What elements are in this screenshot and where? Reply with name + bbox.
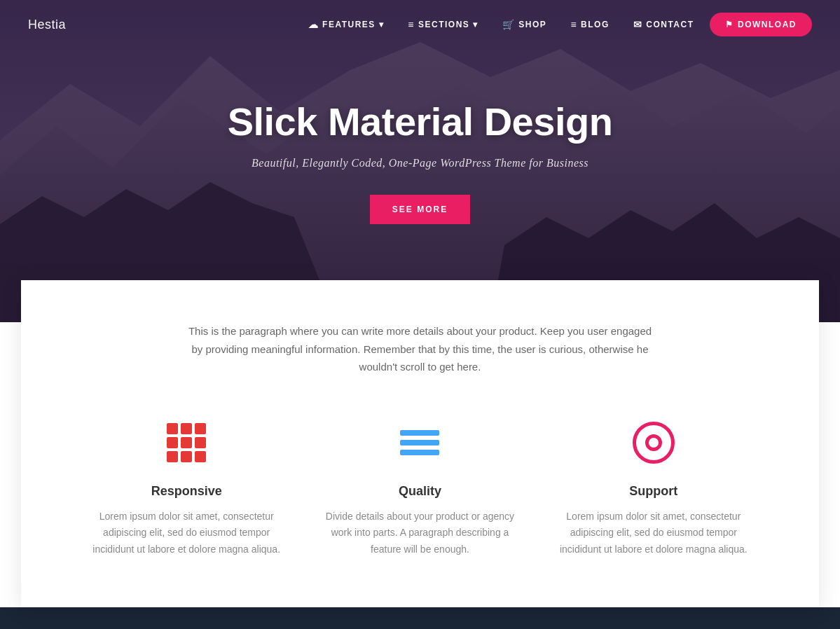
flag-icon: ⚑ (725, 20, 734, 29)
feature-quality-title: Quality (317, 484, 523, 499)
nav-blog[interactable]: ≡ BLOG (562, 13, 617, 36)
grid-icon (167, 423, 206, 462)
hero-content: Slick Material Design Beautiful, Elegant… (200, 99, 641, 224)
hero-subtitle: Beautiful, Elegantly Coded, One-Page Wor… (228, 157, 613, 170)
feature-support-desc: Lorem ipsum dolor sit amet, consectetur … (551, 509, 756, 558)
nav-sections[interactable]: ≡ SECTIONS ▾ (399, 13, 487, 36)
cloud-icon: ☁ (308, 19, 319, 30)
bottom-bar (0, 607, 840, 629)
feature-quality: Quality Divide details about your produc… (317, 418, 523, 558)
chevron-down-icon: ▾ (473, 20, 478, 29)
support-icon (551, 418, 756, 467)
lifesaver-icon (633, 422, 675, 464)
quality-icon (317, 418, 523, 467)
lines-icon: ≡ (570, 19, 577, 30)
see-more-button[interactable]: SEE MORE (370, 195, 470, 224)
nav-contact[interactable]: ✉ COnTACT (625, 13, 703, 36)
nav-features[interactable]: ☁ FEATURES ▾ (300, 13, 393, 36)
responsive-icon (84, 418, 289, 467)
list-icon: ≡ (408, 19, 415, 30)
hero-title: Slick Material Design (228, 99, 613, 144)
navbar: Hestia ☁ FEATURES ▾ ≡ SECTIONS ▾ 🛒 SHOP … (0, 0, 840, 49)
download-button[interactable]: ⚑ DOWNLOAD (710, 13, 813, 36)
feature-support: Support Lorem ipsum dolor sit amet, cons… (551, 418, 756, 558)
feature-quality-desc: Divide details about your product or age… (317, 509, 523, 558)
cart-icon: 🛒 (502, 19, 516, 30)
lines-icon (400, 430, 439, 455)
feature-responsive: Responsive Lorem ipsum dolor sit amet, c… (84, 418, 289, 558)
nav-shop[interactable]: 🛒 SHOP (494, 13, 556, 36)
features-card: This is the paragraph where you can writ… (21, 280, 819, 607)
brand-logo[interactable]: Hestia (28, 18, 66, 32)
feature-responsive-desc: Lorem ipsum dolor sit amet, consectetur … (84, 509, 289, 558)
feature-support-title: Support (551, 484, 756, 499)
chevron-down-icon: ▾ (379, 20, 385, 29)
feature-responsive-title: Responsive (84, 484, 289, 499)
mail-icon: ✉ (633, 19, 643, 30)
intro-paragraph: This is the paragraph where you can writ… (182, 322, 659, 376)
nav-links: ☁ FEATURES ▾ ≡ SECTIONS ▾ 🛒 SHOP ≡ BLOG … (300, 13, 812, 36)
features-grid: Responsive Lorem ipsum dolor sit amet, c… (84, 418, 757, 558)
